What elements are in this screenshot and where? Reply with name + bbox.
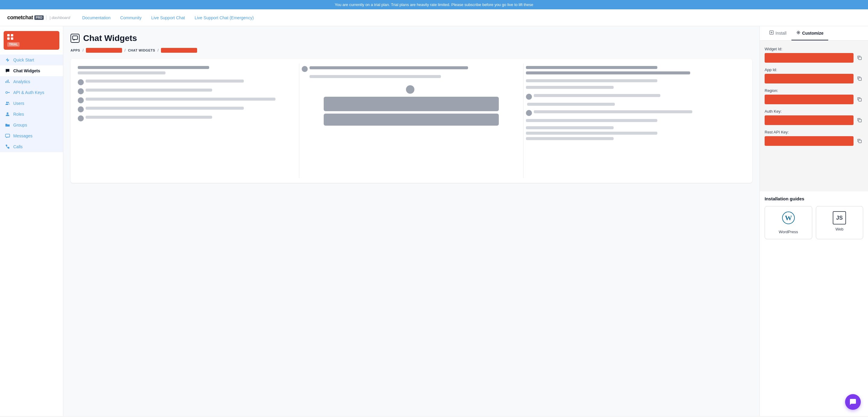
field-app-id: App Id: (765, 67, 863, 84)
top-nav: cometchat PRO | dashboard Documentation … (0, 9, 868, 26)
mock-bubble-lg2 (324, 114, 499, 126)
mock-avatar (78, 97, 84, 103)
page-header: Chat Widgets (70, 33, 752, 43)
mock-chat (75, 64, 747, 178)
svg-point-1 (6, 102, 8, 103)
page-icon (70, 34, 80, 43)
sidebar-item-messages[interactable]: Messages (0, 130, 63, 141)
widget-preview (70, 59, 752, 183)
sidebar-item-calls[interactable]: Calls (0, 141, 63, 152)
copy-rest-api-key-button[interactable] (856, 137, 863, 145)
nav-link-emergency[interactable]: Live Support Chat (Emergency) (195, 15, 254, 20)
sidebar-item-roles[interactable]: Roles (0, 109, 63, 120)
nav-link-docs[interactable]: Documentation (82, 15, 111, 20)
tab-install[interactable]: Install (765, 26, 792, 40)
field-auth-key-value (765, 116, 854, 125)
field-widget-id-label: Widget Id: (765, 47, 863, 51)
field-region: Region: (765, 88, 863, 104)
tab-customize[interactable]: Customize (792, 26, 829, 40)
wordpress-icon: W (782, 211, 795, 227)
logo-dashboard: | dashboard (46, 15, 70, 20)
field-widget-id: Widget Id: (765, 47, 863, 63)
trial-banner-text: You are currently on a trial plan. Trial… (335, 2, 533, 7)
right-panel-tabs: Install Customize (760, 26, 868, 41)
svg-rect-5 (73, 36, 78, 39)
mock-avatar (78, 106, 84, 113)
install-tab-icon (770, 30, 774, 36)
sidebar-item-api-auth-keys[interactable]: API & Auth Keys (0, 87, 63, 98)
guide-card-wordpress[interactable]: W WordPress (765, 206, 812, 239)
mock-avatar (78, 88, 84, 94)
svg-rect-8 (859, 57, 861, 60)
person-icon (5, 111, 10, 117)
svg-rect-12 (859, 140, 861, 143)
tab-install-label: Install (775, 31, 786, 36)
sidebar-label-roles: Roles (13, 112, 24, 117)
mock-bubble-lg (324, 97, 499, 111)
logo-area: cometchat PRO | dashboard (7, 14, 70, 21)
mock-col-2 (299, 64, 523, 178)
sidebar-label-users: Users (13, 101, 24, 106)
messages-icon (5, 133, 10, 138)
sidebar-label-calls: Calls (13, 144, 23, 149)
logo: cometchat (7, 14, 33, 21)
guide-card-web[interactable]: JS Web (816, 206, 864, 239)
sidebar-item-chat-widgets[interactable]: Chat Widgets (0, 65, 63, 76)
guides-grid: W WordPress JS Web (765, 206, 863, 239)
sidebar-item-groups[interactable]: Groups (0, 120, 63, 130)
breadcrumb: APPS / / CHAT WIDGETS / (70, 48, 752, 53)
field-app-id-label: App Id: (765, 67, 863, 72)
mock-col-1 (75, 64, 299, 178)
key-icon (5, 90, 10, 95)
field-rest-api-key-label: Rest API Key: (765, 130, 863, 134)
copy-app-id-button[interactable] (856, 75, 863, 82)
copy-region-button[interactable] (856, 96, 863, 103)
breadcrumb-sep1: / (83, 48, 84, 53)
breadcrumb-section: CHAT WIDGETS (128, 49, 155, 52)
svg-rect-4 (5, 134, 10, 137)
trial-banner: You are currently on a trial plan. Trial… (0, 0, 868, 9)
tab-customize-label: Customize (802, 31, 824, 36)
sidebar-label-api-auth-keys: API & Auth Keys (13, 90, 44, 95)
svg-point-2 (8, 102, 9, 103)
field-region-label: Region: (765, 88, 863, 93)
sidebar-app-tile[interactable]: TRIAL (4, 31, 59, 50)
chat-fab-button[interactable] (845, 394, 861, 410)
sidebar-label-chat-widgets: Chat Widgets (13, 68, 40, 73)
right-panel-body: Widget Id: App Id: (760, 41, 868, 191)
nav-link-live-support[interactable]: Live Support Chat (151, 15, 185, 20)
nav-links: Documentation Community Live Support Cha… (82, 15, 254, 20)
svg-rect-10 (859, 99, 861, 101)
right-panel: Install Customize Widget Id: (760, 26, 868, 416)
guide-label-web: Web (835, 227, 844, 231)
logo-pro-badge: PRO (34, 15, 44, 20)
mock-col-3 (524, 64, 747, 178)
field-rest-api-key: Rest API Key: (765, 130, 863, 146)
analytics-icon (5, 79, 10, 84)
mock-avatar-lg (406, 85, 414, 94)
mock-avatar (78, 79, 84, 85)
field-rest-api-key-value (765, 136, 854, 146)
sidebar-label-quick-start: Quick Start (13, 58, 34, 62)
mock-avatar (302, 66, 308, 72)
svg-point-7 (798, 32, 799, 33)
breadcrumb-app-name (86, 48, 122, 53)
field-region-value (765, 95, 854, 104)
nav-link-community[interactable]: Community (120, 15, 142, 20)
copy-widget-id-button[interactable] (856, 54, 863, 61)
gear-icon (796, 30, 801, 36)
sidebar-item-analytics[interactable]: Analytics (0, 76, 63, 87)
field-auth-key: Auth Key: (765, 109, 863, 125)
sidebar-item-users[interactable]: Users (0, 98, 63, 109)
svg-rect-11 (859, 119, 861, 122)
breadcrumb-widget-name (161, 48, 197, 53)
field-auth-key-label: Auth Key: (765, 109, 863, 114)
breadcrumb-sep3: / (158, 48, 158, 53)
svg-rect-9 (859, 78, 861, 81)
installation-guides: Installation guides W WordPress JS (760, 191, 868, 244)
phone-icon (5, 144, 10, 150)
sidebar-item-quick-start[interactable]: Quick Start (0, 55, 63, 65)
page-title: Chat Widgets (83, 33, 137, 43)
sidebar-nav: Quick Start Chat Widgets Analytics API &… (0, 52, 63, 155)
copy-auth-key-button[interactable] (856, 117, 863, 124)
